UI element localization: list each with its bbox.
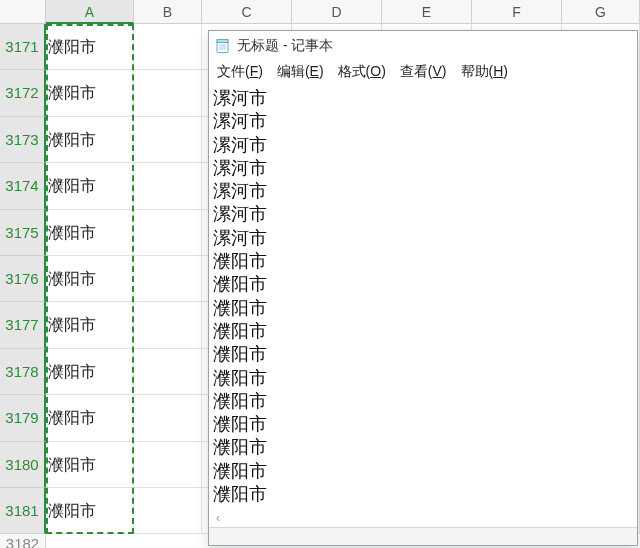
cell-B[interactable] [134, 163, 202, 209]
cell-A[interactable]: 濮阳市 [46, 256, 134, 302]
cell-B[interactable] [134, 395, 202, 441]
cell-B[interactable] [134, 70, 202, 116]
row-header[interactable]: 3174 [0, 163, 46, 209]
cell-B[interactable] [134, 302, 202, 348]
notepad-titlebar[interactable]: 无标题 - 记事本 [209, 31, 637, 59]
column-header-A[interactable]: A [46, 0, 134, 24]
cell-A[interactable]: 濮阳市 [46, 488, 134, 534]
cell-B[interactable] [134, 210, 202, 256]
cell-A[interactable]: 濮阳市 [46, 349, 134, 395]
notepad-title: 无标题 - 记事本 [237, 37, 333, 55]
row-header[interactable]: 3173 [0, 117, 46, 163]
cell-B[interactable] [134, 24, 202, 70]
row-header[interactable]: 3172 [0, 70, 46, 116]
cell-A[interactable]: 濮阳市 [46, 210, 134, 256]
column-header-D[interactable]: D [292, 0, 382, 24]
notepad-statusbar [209, 527, 637, 545]
scrollbar-left-icon[interactable]: ‹ [211, 511, 225, 525]
cell-B[interactable] [134, 442, 202, 488]
cell-B[interactable] [134, 349, 202, 395]
cell-A[interactable]: 濮阳市 [46, 302, 134, 348]
cell-B[interactable] [134, 117, 202, 163]
column-header-row: ABCDEFG [0, 0, 640, 24]
row-header[interactable]: 3175 [0, 210, 46, 256]
column-header-G[interactable]: G [562, 0, 640, 24]
menu-view[interactable]: 查看(V) [398, 61, 449, 83]
row-header[interactable]: 3177 [0, 302, 46, 348]
notepad-menubar: 文件(F) 编辑(E) 格式(O) 查看(V) 帮助(H) [209, 59, 637, 85]
svg-rect-1 [217, 40, 228, 43]
row-header[interactable]: 3179 [0, 395, 46, 441]
row-header[interactable]: 3180 [0, 442, 46, 488]
cell-B[interactable] [134, 488, 202, 534]
notepad-icon [215, 38, 231, 54]
cell-B[interactable] [134, 256, 202, 302]
cell-A[interactable]: 濮阳市 [46, 70, 134, 116]
menu-edit[interactable]: 编辑(E) [275, 61, 326, 83]
cell-A[interactable]: 濮阳市 [46, 395, 134, 441]
cell-A[interactable]: 濮阳市 [46, 117, 134, 163]
row-header-column: 3171317231733174317531763177317831793180… [0, 24, 46, 548]
notepad-window[interactable]: 无标题 - 记事本 文件(F) 编辑(E) 格式(O) 查看(V) 帮助(H) … [208, 30, 638, 546]
row-header[interactable]: 3181 [0, 488, 46, 534]
cell-A[interactable]: 濮阳市 [46, 24, 134, 70]
menu-help[interactable]: 帮助(H) [459, 61, 510, 83]
column-header-C[interactable]: C [202, 0, 292, 24]
menu-file[interactable]: 文件(F) [215, 61, 265, 83]
column-header-B[interactable]: B [134, 0, 202, 24]
column-header-F[interactable]: F [472, 0, 562, 24]
menu-format[interactable]: 格式(O) [336, 61, 388, 83]
column-header-E[interactable]: E [382, 0, 472, 24]
cell-A[interactable]: 濮阳市 [46, 163, 134, 209]
notepad-text-area[interactable]: 漯河市 漯河市 漯河市 漯河市 漯河市 漯河市 漯河市 濮阳市 濮阳市 濮阳市 … [209, 85, 637, 527]
row-header[interactable]: 3178 [0, 349, 46, 395]
cell-A[interactable]: 濮阳市 [46, 442, 134, 488]
row-header[interactable]: 3176 [0, 256, 46, 302]
row-header[interactable]: 3182 [0, 534, 46, 548]
row-header[interactable]: 3171 [0, 24, 46, 70]
select-all-corner[interactable] [0, 0, 46, 24]
